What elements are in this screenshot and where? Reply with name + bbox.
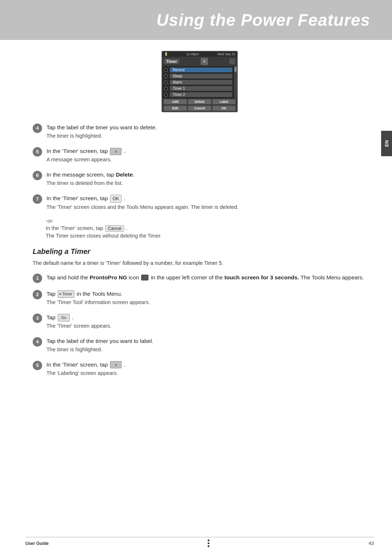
footer-dot-1 xyxy=(208,539,209,541)
device-list-item-alarm: Alarm xyxy=(164,79,232,85)
device-label-btn: Label xyxy=(212,99,236,104)
labeling-screen-icon xyxy=(110,361,122,368)
page-title: Using the Power Features xyxy=(156,10,370,30)
device-list-area: Record Sleep Alarm Timer 1 Timer 2 xyxy=(162,66,237,98)
device-delete-btn: Delete xyxy=(188,99,211,104)
radio-timer1 xyxy=(164,87,168,90)
step-6-sub: The timer is deleted from the list. xyxy=(46,179,367,187)
label-step-5-sub: The 'Labeling' screen appears. xyxy=(46,369,367,377)
ok-button-inline: OK xyxy=(110,195,121,203)
section-labeling-intro: The default name for a timer is ‘Timer’ … xyxy=(33,259,367,267)
go-button: Go xyxy=(58,314,70,322)
device-battery: 🔋 xyxy=(164,52,168,56)
device-timer-label: Timer xyxy=(164,59,179,64)
label-step-4-sub: The timer is highlighted. xyxy=(46,346,367,354)
device-date: Wed Sep 22 xyxy=(217,52,235,56)
label-step-5: 5 In the 'Timer' screen, tap . The 'Labe… xyxy=(33,360,367,377)
device-list-item-sleep: Sleep xyxy=(164,73,232,79)
label-step-3-main: Tap Go . xyxy=(46,313,367,322)
or-section: -or- In the 'Timer' screen, tap Cancel .… xyxy=(46,218,367,239)
device-menu-icon xyxy=(229,58,235,64)
section-labeling-title: Labeling a Timer xyxy=(33,247,367,256)
device-button-row-2: Edit Cancel OK xyxy=(162,105,237,112)
label-step-number-2: 2 xyxy=(33,290,42,299)
device-icon-box: ✎ xyxy=(201,58,208,65)
or-text: In the 'Timer' screen, tap Cancel . xyxy=(46,225,367,232)
step-7-sub: The 'Timer' screen closes and the Tools … xyxy=(46,203,367,211)
page-footer: User Guide 43 xyxy=(25,537,374,547)
device-button-row-1: Add Delete Label xyxy=(162,98,237,105)
device-add-btn: Add xyxy=(164,99,187,104)
label-step-1-main: Tap and hold the ProntoPro NG icon in th… xyxy=(46,273,367,282)
device-list-item-timer1: Timer 1 xyxy=(164,85,232,92)
step-number-5: 5 xyxy=(33,147,42,157)
label-step-5-content: In the 'Timer' screen, tap . The 'Labeli… xyxy=(46,360,367,377)
step-6-delete: 6 In the message screen, tap Delete. The… xyxy=(33,170,367,187)
label-step-3-content: Tap Go . The 'Timer' screen appears. xyxy=(46,313,367,330)
radio-timer2 xyxy=(164,93,168,97)
label-step-number-1: 1 xyxy=(33,274,42,283)
prontopro-icon xyxy=(141,275,148,280)
step-7-content: In the 'Timer' screen, tap OK . The 'Tim… xyxy=(46,194,367,211)
label-step-4-main: Tap the label of the timer you want to l… xyxy=(46,337,367,345)
footer-guide-label: User Guide xyxy=(25,541,49,546)
label-step-number-3: 3 xyxy=(33,314,42,323)
step-6-main: In the message screen, tap Delete. xyxy=(46,170,367,179)
footer-decoration xyxy=(208,539,209,547)
step-5-main: In the 'Timer' screen, tap . xyxy=(46,147,367,155)
label-step-2-main: Tap Timer in the Tools Menu. xyxy=(46,290,367,298)
main-content: 🔋 12:49pm Wed Sep 22 Timer ✎ Record Slee… xyxy=(0,40,392,395)
device-scroll-thumb xyxy=(234,67,237,72)
step-number-6: 6 xyxy=(33,171,42,180)
step-5-sub: A message screen appears. xyxy=(46,156,367,164)
label-step-4: 4 Tap the label of the timer you want to… xyxy=(33,337,367,354)
step-number-4: 4 xyxy=(33,124,42,133)
device-list: Record Sleep Alarm Timer 1 Timer 2 xyxy=(162,66,234,98)
or-subtext: The Timer screen closes without deleting… xyxy=(46,233,367,239)
device-header-row: Timer ✎ xyxy=(162,57,237,66)
timer-tool-button: Timer xyxy=(58,290,74,298)
device-list-item-timer2: Timer 2 xyxy=(164,92,232,98)
step-4-delete: 4 Tap the label of the timer you want to… xyxy=(33,123,367,140)
device-edit-btn: Edit xyxy=(164,106,187,111)
device-top-bar: 🔋 12:49pm Wed Sep 22 xyxy=(162,52,237,57)
label-step-3: 3 Tap Go . The 'Timer' screen appears. xyxy=(33,313,367,330)
device-screenshot: 🔋 12:49pm Wed Sep 22 Timer ✎ Record Slee… xyxy=(162,51,238,112)
label-step-2-sub: The 'Timer Tool' information screen appe… xyxy=(46,299,367,307)
step-7-delete: 7 In the 'Timer' screen, tap OK . The 'T… xyxy=(33,194,367,211)
label-step-4-content: Tap the label of the timer you want to l… xyxy=(46,337,367,354)
label-step-2-content: Tap Timer in the Tools Menu. The 'Timer … xyxy=(46,290,367,307)
device-cancel-btn: Cancel xyxy=(188,106,211,111)
step-6-content: In the message screen, tap Delete. The t… xyxy=(46,170,367,187)
or-label: -or- xyxy=(46,218,367,224)
footer-dot-3 xyxy=(208,545,209,547)
page-number: 43 xyxy=(369,541,374,546)
page-header: Using the Power Features xyxy=(0,0,392,40)
label-step-3-sub: The 'Timer' screen appears. xyxy=(46,322,367,330)
device-ok-btn: OK xyxy=(212,106,236,111)
language-tab: EN xyxy=(381,131,392,156)
step-5-content: In the 'Timer' screen, tap . A message s… xyxy=(46,147,367,164)
label-step-1-content: Tap and hold the ProntoPro NG icon in th… xyxy=(46,273,367,282)
step-4-main: Tap the label of the timer you want to d… xyxy=(46,123,367,132)
label-step-number-5: 5 xyxy=(33,361,42,370)
step-7-main: In the 'Timer' screen, tap OK . xyxy=(46,194,367,203)
step-number-7: 7 xyxy=(33,194,42,204)
step-5-delete: 5 In the 'Timer' screen, tap . A message… xyxy=(33,147,367,164)
device-scrollbar xyxy=(234,66,237,98)
label-step-number-4: 4 xyxy=(33,337,42,347)
cancel-button-inline: Cancel xyxy=(105,225,124,232)
radio-sleep xyxy=(164,74,168,78)
label-step-5-main: In the 'Timer' screen, tap . xyxy=(46,360,367,369)
device-list-item-record: Record xyxy=(164,67,232,73)
radio-alarm xyxy=(164,81,168,84)
footer-dot-2 xyxy=(208,542,209,544)
label-step-1: 1 Tap and hold the ProntoPro NG icon in … xyxy=(33,273,367,283)
label-step-2: 2 Tap Timer in the Tools Menu. The 'Time… xyxy=(33,290,367,307)
radio-record xyxy=(164,68,168,72)
delete-screen-icon xyxy=(110,148,122,155)
step-4-sub: The timer is highlighted. xyxy=(46,132,367,140)
step-4-content: Tap the label of the timer you want to d… xyxy=(46,123,367,140)
device-time: 12:49pm xyxy=(186,52,199,56)
